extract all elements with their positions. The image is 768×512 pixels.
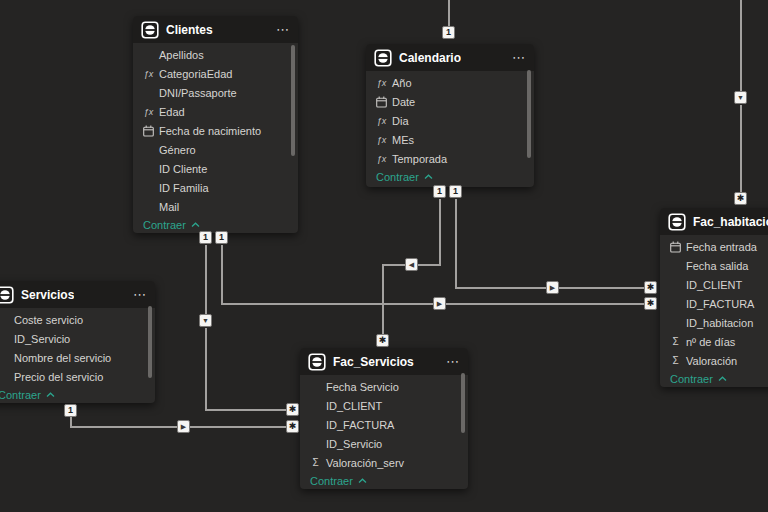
field-row[interactable]: ID_habitacion (660, 313, 768, 332)
field-row[interactable]: ƒxTemporada (366, 149, 534, 168)
table-card-servicios[interactable]: Servicios⋯Coste servicioID_ServicioNombr… (0, 281, 155, 403)
cardinality-marker-one[interactable]: 1 (433, 185, 446, 198)
filter-direction-marker[interactable]: ◀ (405, 258, 418, 271)
cardinality-marker-one[interactable]: 1 (215, 231, 228, 244)
field-row[interactable]: DNI/Passaporte (133, 83, 298, 102)
table-card-calendario[interactable]: Calendario⋯ƒxAñoDateƒxDiaƒxMEsƒxTemporad… (366, 44, 534, 187)
field-row[interactable]: ID_FACTURA (660, 294, 768, 313)
cardinality-marker-many[interactable]: ✱ (286, 403, 299, 416)
more-options-button[interactable]: ⋯ (133, 288, 147, 301)
relationship-line[interactable] (205, 409, 288, 411)
field-row[interactable]: ID Familia (133, 178, 298, 197)
scrollbar[interactable] (527, 70, 531, 158)
relationship-line[interactable] (439, 199, 441, 266)
field-row[interactable]: ƒxDia (366, 111, 534, 130)
relationship-line[interactable] (740, 105, 742, 193)
filter-direction-marker[interactable]: ▶ (433, 297, 446, 310)
table-icon (374, 49, 392, 67)
field-row[interactable]: ID_Servicio (0, 329, 155, 348)
filter-direction-marker[interactable]: ▶ (177, 420, 190, 433)
relationship-line[interactable] (382, 264, 384, 335)
field-label: ID Cliente (159, 163, 207, 175)
field-row[interactable]: Fecha Servicio (300, 377, 468, 396)
more-options-button[interactable]: ⋯ (446, 355, 460, 368)
field-list: ƒxAñoDateƒxDiaƒxMEsƒxTemporada (366, 71, 534, 168)
sum-icon: Σ (668, 355, 683, 366)
collapse-link[interactable]: Contraer (300, 472, 468, 487)
field-row[interactable]: Mail (133, 197, 298, 216)
field-row[interactable]: ID_Servicio (300, 434, 468, 453)
table-title: Clientes (166, 23, 213, 37)
collapse-link[interactable]: Contraer (0, 386, 155, 401)
cardinality-marker-one[interactable]: 1 (442, 26, 455, 39)
more-options-button[interactable]: ⋯ (512, 51, 526, 64)
field-row[interactable]: Coste servicio (0, 310, 155, 329)
table-card-header[interactable]: Fac_Servicios⋯ (300, 348, 468, 375)
calculated-column-icon: ƒx (374, 135, 389, 145)
field-row[interactable]: Fecha entrada (660, 237, 768, 256)
field-row[interactable]: Fecha de nacimiento (133, 121, 298, 140)
field-row[interactable]: ƒxCategoriaEdad (133, 64, 298, 83)
table-card-header[interactable]: Calendario⋯ (366, 44, 534, 71)
field-row[interactable]: ID Cliente (133, 159, 298, 178)
model-canvas: Clientes⋯ApellidosƒxCategoriaEdadDNI/Pas… (0, 0, 768, 512)
cardinality-marker-many[interactable]: ✱ (644, 281, 657, 294)
relationship-line[interactable] (448, 0, 450, 27)
table-title: Calendario (399, 51, 461, 65)
filter-direction-marker[interactable]: ▼ (734, 91, 747, 104)
field-row[interactable]: Nombre del servicio (0, 348, 155, 367)
cardinality-marker-many[interactable]: ✱ (286, 420, 299, 433)
field-row[interactable]: ID_CLIENT (300, 396, 468, 415)
field-row[interactable]: ƒxMEs (366, 130, 534, 149)
field-row[interactable]: ΣValoración (660, 351, 768, 370)
field-row[interactable]: Género (133, 140, 298, 159)
field-label: Fecha salida (686, 260, 748, 272)
field-label: Apellidos (159, 49, 204, 61)
calculated-column-icon: ƒx (374, 116, 389, 126)
filter-direction-marker[interactable]: ▼ (199, 314, 212, 327)
more-options-button[interactable]: ⋯ (276, 23, 290, 36)
field-row[interactable]: Fecha salida (660, 256, 768, 275)
scrollbar[interactable] (148, 306, 152, 378)
field-label: Coste servicio (14, 314, 83, 326)
table-card-clientes[interactable]: Clientes⋯ApellidosƒxCategoriaEdadDNI/Pas… (133, 16, 298, 233)
field-label: ID Familia (159, 182, 209, 194)
table-title: Fac_habitaciones (693, 215, 768, 229)
cardinality-marker-many[interactable]: ✱ (734, 192, 747, 205)
relationship-line[interactable] (221, 245, 223, 305)
relationship-line[interactable] (740, 0, 742, 92)
field-row[interactable]: ƒxEdad (133, 102, 298, 121)
relationship-line[interactable] (205, 328, 207, 410)
field-row[interactable]: ID_FACTURA (300, 415, 468, 434)
cardinality-marker-many[interactable]: ✱ (644, 297, 657, 310)
collapse-link[interactable]: Contraer (660, 370, 768, 385)
field-row[interactable]: Date (366, 92, 534, 111)
collapse-label: Contraer (143, 219, 186, 231)
table-card-header[interactable]: Servicios⋯ (0, 281, 155, 308)
table-title: Servicios (21, 288, 74, 302)
field-row[interactable]: Σnº de días (660, 332, 768, 351)
collapse-link[interactable]: Contraer (366, 168, 534, 183)
field-row[interactable]: ƒxAño (366, 73, 534, 92)
cardinality-marker-one[interactable]: 1 (449, 185, 462, 198)
field-row[interactable]: ID_CLIENT (660, 275, 768, 294)
table-card-fac_habitaciones[interactable]: Fac_habitaciones⋯Fecha entradaFecha sali… (660, 208, 768, 387)
field-label: Fecha Servicio (326, 381, 399, 393)
relationship-line[interactable] (205, 245, 207, 315)
field-label: Nombre del servicio (14, 352, 111, 364)
cardinality-marker-one[interactable]: 1 (64, 404, 77, 417)
scrollbar[interactable] (461, 373, 465, 433)
collapse-label: Contraer (0, 389, 41, 401)
scrollbar[interactable] (291, 45, 295, 156)
table-card-fac_servicios[interactable]: Fac_Servicios⋯Fecha ServicioID_CLIENTID_… (300, 348, 468, 489)
field-row[interactable]: ΣValoración_serv (300, 453, 468, 472)
field-row[interactable]: Precio del servicio (0, 367, 155, 386)
cardinality-marker-many[interactable]: ✱ (376, 334, 389, 347)
collapse-link[interactable]: Contraer (133, 216, 298, 231)
field-row[interactable]: Apellidos (133, 45, 298, 64)
table-card-header[interactable]: Clientes⋯ (133, 16, 298, 43)
filter-direction-marker[interactable]: ▶ (546, 281, 559, 294)
table-card-header[interactable]: Fac_habitaciones⋯ (660, 208, 768, 235)
cardinality-marker-one[interactable]: 1 (199, 231, 212, 244)
relationship-line[interactable] (455, 199, 457, 289)
